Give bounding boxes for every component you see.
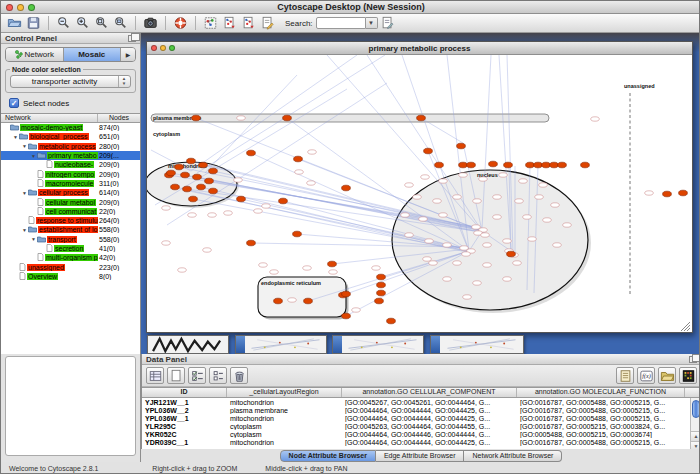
close-icon[interactable]: [151, 45, 157, 51]
gene-node[interactable]: [237, 116, 246, 120]
tree-row[interactable]: unassigned223(0): [1, 262, 140, 271]
tree-column-network[interactable]: Network: [1, 114, 98, 122]
selected-gene-node[interactable]: [205, 178, 214, 184]
gene-node[interactable]: [519, 179, 528, 183]
search-dropdown-icon[interactable]: ▼: [366, 17, 378, 29]
gene-node[interactable]: [483, 243, 492, 247]
selected-gene-node[interactable]: [387, 318, 396, 324]
gene-node[interactable]: [523, 215, 532, 219]
selected-gene-node[interactable]: [375, 298, 384, 304]
network-window-titlebar[interactable]: primary metabolic process: [147, 42, 692, 55]
selected-gene-node[interactable]: [328, 261, 337, 267]
column-header[interactable]: _cellularLayoutRegion: [227, 388, 342, 397]
expand-arrow-icon[interactable]: ▼: [21, 143, 28, 149]
selected-gene-node[interactable]: [435, 162, 444, 168]
selected-gene-node[interactable]: [247, 150, 256, 156]
selected-gene-node[interactable]: [171, 184, 180, 190]
gene-node[interactable]: [503, 277, 512, 281]
annotation-icon[interactable]: [259, 15, 276, 31]
selected-gene-node[interactable]: [293, 231, 302, 237]
gene-node[interactable]: [308, 150, 317, 154]
gene-node[interactable]: [372, 266, 381, 270]
gene-node[interactable]: [493, 215, 502, 219]
gene-node[interactable]: [162, 241, 171, 245]
minimized-network-window-3[interactable]: [332, 335, 424, 354]
gene-node[interactable]: [405, 183, 414, 187]
zoom-fit-icon[interactable]: [112, 15, 129, 31]
tab-overflow-icon[interactable]: ▶: [121, 48, 135, 61]
notepad-icon[interactable]: [616, 367, 634, 384]
gene-node[interactable]: [439, 179, 448, 183]
expand-arrow-icon[interactable]: ▼: [21, 190, 28, 196]
tree-row[interactable]: mosaic-demo-yeast874(0): [1, 123, 140, 132]
gene-node[interactable]: [329, 270, 338, 274]
gene-node[interactable]: [528, 237, 537, 241]
tab-node-attribute-browser[interactable]: Node Attribute Browser: [280, 450, 376, 462]
gene-node[interactable]: [188, 213, 197, 217]
selected-gene-node[interactable]: [550, 162, 559, 168]
selected-gene-node[interactable]: [542, 162, 551, 168]
scroll-down-icon[interactable]: ▼: [691, 441, 700, 449]
gene-node[interactable]: [463, 295, 472, 299]
node-color-select[interactable]: transporter activity ▲▼: [10, 75, 131, 88]
gene-node[interactable]: [203, 248, 212, 252]
float-panel-icon[interactable]: [128, 35, 136, 42]
function-builder-icon[interactable]: f(x): [637, 367, 655, 384]
gene-node[interactable]: [303, 266, 312, 270]
column-header[interactable]: annotation.GO MOLECULAR_FUNCTION: [517, 388, 685, 397]
matrix-icon[interactable]: [679, 367, 697, 384]
selected-gene-node[interactable]: [197, 184, 206, 190]
selected-gene-node[interactable]: [304, 298, 313, 304]
gene-node[interactable]: [307, 181, 316, 185]
selected-gene-node[interactable]: [283, 115, 292, 121]
table-row[interactable]: YJR121W__1mitochondrion[GO:0045267, GO:0…: [142, 398, 700, 406]
selected-gene-node[interactable]: [247, 240, 256, 246]
selected-gene-node[interactable]: [183, 186, 192, 192]
tree-row[interactable]: nucleobase-209(0): [1, 160, 140, 169]
tree-row[interactable]: ▼transport558(0): [1, 235, 140, 244]
gene-node[interactable]: [288, 298, 297, 302]
tab-edge-attribute-browser[interactable]: Edge Attribute Browser: [376, 450, 465, 462]
expand-arrow-icon[interactable]: ▼: [30, 236, 37, 242]
resize-grip-icon[interactable]: [687, 328, 690, 331]
selected-gene-node[interactable]: [189, 196, 198, 202]
selected-gene-node[interactable]: [467, 162, 476, 168]
minimize-icon[interactable]: [17, 4, 24, 11]
save-session-icon[interactable]: [25, 15, 42, 31]
zoom-out-icon[interactable]: [55, 15, 72, 31]
gene-node[interactable]: [421, 175, 430, 179]
gene-node[interactable]: [551, 203, 560, 207]
selected-gene-node[interactable]: [459, 162, 468, 168]
gene-node[interactable]: [473, 281, 482, 285]
network-canvas[interactable]: plasma membranecytoplasmmitochondrionnuc…: [147, 55, 692, 332]
gene-node[interactable]: [401, 213, 410, 217]
gene-node[interactable]: [513, 261, 522, 265]
scrollbar-thumb[interactable]: [692, 400, 700, 418]
title-bar[interactable]: Cytoscape Desktop (New Session): [1, 1, 700, 14]
tab-mosaic[interactable]: Mosaic: [64, 48, 122, 61]
selected-gene-node[interactable]: [558, 162, 567, 168]
selected-gene-node[interactable]: [489, 161, 498, 167]
gene-node[interactable]: [429, 261, 438, 265]
tree-row[interactable]: multi-organism pro42(0): [1, 253, 140, 262]
gene-node[interactable]: [535, 195, 544, 199]
expand-arrow-icon[interactable]: ▼: [30, 153, 37, 159]
tree-column-nodes[interactable]: Nodes: [98, 114, 140, 122]
minimize-icon[interactable]: [160, 45, 166, 51]
selected-gene-node[interactable]: [679, 190, 688, 196]
open-session-icon[interactable]: [6, 15, 23, 31]
scroll-up-icon[interactable]: ▲: [691, 431, 700, 441]
gene-node[interactable]: [543, 218, 552, 222]
selected-gene-node[interactable]: [342, 313, 351, 319]
float-panel-icon[interactable]: [689, 356, 697, 363]
gene-node[interactable]: [499, 173, 508, 177]
minimized-network-window-4[interactable]: [430, 335, 524, 354]
gene-node[interactable]: [433, 199, 442, 203]
expand-arrow-icon[interactable]: ▼: [12, 134, 19, 140]
selected-gene-node[interactable]: [187, 158, 196, 164]
gene-node[interactable]: [439, 213, 448, 217]
gene-node[interactable]: [405, 233, 414, 237]
selected-gene-node[interactable]: [342, 185, 351, 191]
network-overview-icon[interactable]: [202, 15, 219, 31]
selected-gene-node[interactable]: [663, 191, 672, 197]
